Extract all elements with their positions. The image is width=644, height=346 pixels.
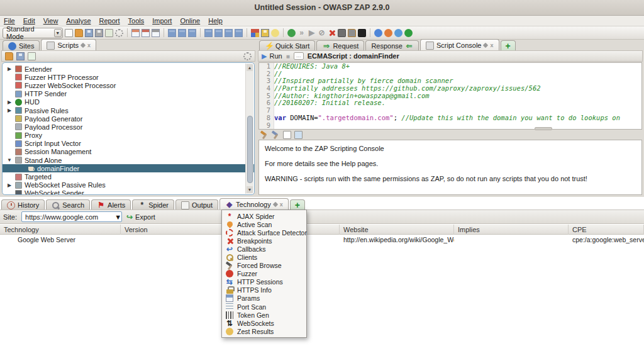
tab-request[interactable]: ⇒Request — [316, 40, 364, 51]
terminal-icon[interactable] — [358, 29, 366, 37]
close-tab-icon[interactable]: x — [280, 202, 283, 208]
tree-collapsed-icon[interactable]: ▶ — [6, 99, 13, 105]
menu-online[interactable]: Online — [180, 17, 200, 25]
script-editor[interactable]: 1//REQUIRES: Java 8+2//3//Inspired parti… — [258, 62, 642, 130]
tree-item-proxy[interactable]: Proxy — [3, 131, 254, 140]
menu-report[interactable]: Report — [99, 17, 120, 25]
tab-quick-start[interactable]: ⚡Quick Start — [259, 40, 315, 51]
stop-button[interactable]: ■ — [286, 53, 290, 60]
pin-tab-icon[interactable] — [272, 202, 277, 207]
new-context-icon[interactable] — [131, 29, 140, 37]
snapshot-session-icon[interactable] — [95, 29, 103, 37]
stop-x-icon[interactable] — [328, 29, 336, 37]
tree-item-session-management[interactable]: Session Management — [3, 148, 254, 156]
tab-scripts[interactable]: Scriptsx — [41, 39, 96, 51]
export-button[interactable]: ↪ Export — [126, 213, 155, 221]
column-header-technology[interactable]: Technology — [0, 225, 121, 235]
tree-item-websocket-sender[interactable]: WebSocket Sender — [3, 189, 254, 195]
load-script-icon[interactable] — [5, 52, 13, 60]
full-layout-icon[interactable] — [188, 29, 196, 37]
tree-item-payload-generator[interactable]: Payload Generator — [3, 114, 254, 123]
column-header-implies[interactable]: Implies — [454, 225, 569, 235]
scroll-output-icon[interactable] — [294, 131, 303, 139]
menu-item-attack-surface-detector[interactable]: Attack Surface Detector — [222, 228, 306, 237]
close-tab-icon[interactable]: x — [490, 43, 493, 48]
tab-script-console[interactable]: Script Consolex — [420, 39, 499, 51]
show-tab-icons-icon[interactable] — [251, 29, 259, 37]
tab-output[interactable]: Output — [175, 199, 218, 210]
scroll-up-icon[interactable]: ▲ — [247, 64, 253, 71]
tab-search[interactable]: Search — [46, 199, 90, 210]
browser-globe-icon[interactable] — [374, 29, 382, 37]
menu-item-clients[interactable]: Clients — [222, 253, 306, 261]
menu-item-zest-results[interactable]: Zest Results — [222, 327, 306, 335]
new-script-icon[interactable] — [28, 52, 36, 60]
menu-item-websockets[interactable]: ⇅WebSockets — [222, 319, 306, 327]
close-tab-icon[interactable]: x — [87, 43, 91, 48]
scrollbar-thumb[interactable] — [247, 116, 253, 184]
menu-item-fuzzer[interactable]: Fuzzer — [222, 270, 306, 278]
console-menu-button[interactable]: … — [294, 52, 304, 60]
tree-scrollbar[interactable]: ▲ ▼ — [245, 64, 253, 194]
clear-console-icon[interactable] — [260, 131, 269, 139]
menu-item-http-sessions[interactable]: ⇆HTTP Sessions — [222, 278, 306, 286]
menu-item-port-scan[interactable]: Port Scan — [222, 303, 306, 311]
tree-collapsed-icon[interactable]: ▶ — [6, 66, 13, 72]
scripts-options-gear-icon[interactable] — [243, 52, 252, 60]
menu-item-active-scan[interactable]: Active Scan — [222, 220, 306, 228]
menu-item-forced-browse[interactable]: Forced Browse — [222, 262, 306, 270]
menu-analyse[interactable]: Analyse — [66, 17, 91, 25]
scripts-tree[interactable]: ▶ExtenderFuzzer HTTP ProcessorFuzzer Web… — [2, 62, 255, 195]
menu-edit[interactable]: Edit — [23, 17, 35, 25]
tree-item-extender[interactable]: ▶Extender — [3, 65, 254, 73]
tab-sites[interactable]: Sites — [3, 40, 40, 51]
firefox-icon[interactable] — [384, 29, 392, 37]
menu-item-params[interactable]: Params — [222, 294, 306, 303]
tab-technology[interactable]: ◆Technologyx — [219, 198, 289, 210]
table-row[interactable]: Google Web Serverhttp://en.wikipedia.org… — [0, 235, 644, 245]
word-wrap-icon[interactable] — [283, 131, 291, 139]
tree-item-passive-rules[interactable]: ▶Passive Rules — [3, 106, 254, 114]
tab-spider[interactable]: *Spider — [132, 199, 174, 210]
expand-sites-layout-icon[interactable] — [168, 29, 176, 37]
tree-item-script-input-vector[interactable]: Script Input Vector — [3, 140, 254, 148]
pin-tab-icon[interactable] — [483, 43, 488, 48]
menu-item-breakpoints[interactable]: Breakpoints — [222, 237, 306, 245]
menu-import[interactable]: Import — [152, 17, 172, 25]
mode-select[interactable]: Standard Mode ▼ — [3, 28, 63, 38]
tree-collapsed-icon[interactable]: ▶ — [6, 108, 13, 113]
save-script-icon[interactable] — [16, 52, 25, 60]
expand-reports-layout-icon[interactable] — [178, 29, 186, 37]
scroll-down-icon[interactable]: ▼ — [247, 186, 253, 193]
session-properties-icon[interactable] — [105, 29, 113, 37]
splitter-grip[interactable] — [535, 127, 552, 130]
run-button[interactable]: ▶ Run — [262, 52, 282, 60]
layout-alt2-icon[interactable] — [225, 29, 233, 37]
continue-icon[interactable]: » — [297, 29, 306, 37]
tree-item-websocket-passive-rules[interactable]: ▶WebSocket Passive Rules — [3, 181, 254, 189]
clear-on-run-icon[interactable] — [272, 131, 280, 139]
tab-history[interactable]: History — [1, 199, 45, 210]
tree-item-fuzzer-http-processor[interactable]: Fuzzer HTTP Processor — [3, 73, 254, 81]
tips-lightbulb-icon[interactable] — [271, 29, 279, 37]
menu-item-https-info[interactable]: HTTPS Info — [222, 286, 306, 294]
column-header-cpe[interactable]: CPE — [569, 225, 644, 235]
pause-icon[interactable]: ⊘ — [318, 29, 326, 37]
keyboard-icon[interactable] — [338, 29, 346, 37]
menu-tools[interactable]: Tools — [128, 17, 145, 25]
tab-alerts[interactable]: ⚑Alerts — [91, 199, 131, 210]
record-icon[interactable] — [287, 29, 296, 37]
right-add-tab[interactable]: + — [501, 40, 516, 51]
menu-view[interactable]: View — [43, 17, 58, 25]
menu-item-callbacks[interactable]: ↩Callbacks — [222, 245, 306, 253]
options-gear-icon[interactable] — [115, 29, 123, 37]
layout-default-icon[interactable] — [204, 29, 213, 37]
bottom-add-tab[interactable]: + — [290, 199, 305, 210]
tree-item-domainfinder[interactable]: domainFinder — [3, 164, 254, 172]
pin-tab-icon[interactable] — [80, 43, 86, 48]
menu-item-ajax-spider[interactable]: *AJAX Spider — [222, 212, 306, 220]
tab-response[interactable]: Response⇐ — [365, 40, 419, 51]
tree-item-payload-processor[interactable]: Payload Processor — [3, 123, 254, 131]
sites-folder-icon[interactable] — [348, 29, 356, 37]
export-context-icon[interactable] — [152, 29, 160, 37]
